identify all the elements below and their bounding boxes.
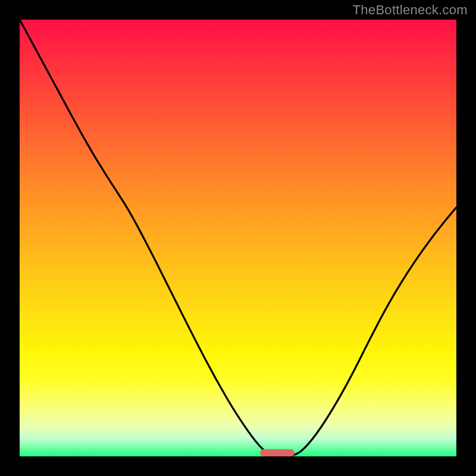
bottleneck-marker [260, 449, 295, 456]
plot-area [20, 20, 456, 456]
watermark-text: TheBottleneck.com [353, 2, 468, 18]
chart-frame: TheBottleneck.com [0, 0, 476, 476]
bottleneck-curve [20, 20, 456, 456]
